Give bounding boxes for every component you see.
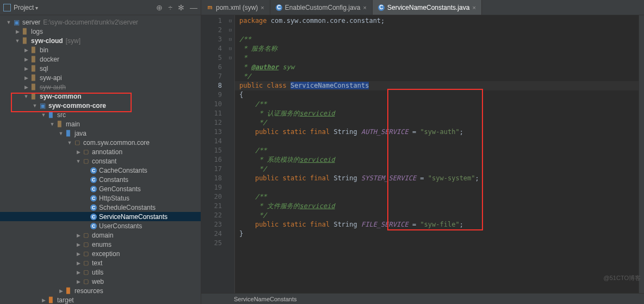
tree-item-server[interactable]: serverE:\syw-document\trunk\v2\server — [0, 17, 201, 27]
code-line[interactable]: package com.syw.common.core.constant; — [239, 16, 639, 26]
close-icon[interactable]: × — [472, 4, 475, 11]
tree-item-enums[interactable]: enums — [0, 240, 201, 249]
gear-icon[interactable]: ✻ — [178, 3, 184, 12]
code-line[interactable] — [239, 183, 639, 192]
tree-label: target — [57, 296, 74, 304]
project-tree[interactable]: serverE:\syw-document\trunk\v2\serverlog… — [0, 15, 201, 304]
code-line[interactable]: * @author syw — [239, 63, 639, 72]
tree-item-bin[interactable]: bin — [0, 45, 201, 54]
tree-item-resources[interactable]: resources — [0, 286, 201, 295]
code-line[interactable]: */ — [239, 118, 639, 127]
tree-item-syw-auth[interactable]: syw-auth — [0, 82, 201, 92]
code-line[interactable]: { — [239, 90, 639, 100]
expand-arrow-icon[interactable] — [14, 29, 21, 34]
expand-arrow-icon[interactable] — [75, 159, 82, 164]
code-line[interactable]: public static final String SYSTEM_SERVIC… — [239, 174, 639, 183]
code-line[interactable]: public static final String FILE_SERVICE … — [239, 220, 639, 229]
code-line[interactable]: public static final String AUTH_SERVICE … — [239, 127, 639, 137]
code-line[interactable] — [239, 239, 639, 248]
tree-item-syw-common-core[interactable]: syw-common-core — [0, 101, 201, 110]
expand-arrow-icon[interactable] — [23, 47, 29, 53]
fold-strip[interactable]: ⊟⊟⊟⊟⊟ — [226, 15, 235, 293]
editor-tab[interactable]: CEnableCustomConfig.java× — [270, 0, 373, 15]
line-gutter[interactable]: 1234567891011121314151617181920212223242… — [201, 15, 226, 293]
code-line[interactable] — [239, 137, 639, 146]
tree-item-com-syw-common-core[interactable]: com.syw.common.core — [0, 138, 201, 147]
hide-icon[interactable]: — — [190, 3, 197, 12]
expand-arrow-icon[interactable] — [23, 84, 29, 90]
code-line[interactable]: */ — [239, 165, 639, 174]
tree-item-cacheconstants[interactable]: CacheConstants — [0, 166, 201, 175]
tree-item-logs[interactable]: logs — [0, 27, 201, 36]
expand-arrow-icon[interactable] — [32, 103, 38, 108]
expand-arrow-icon[interactable] — [23, 75, 29, 81]
code-line[interactable] — [239, 26, 639, 35]
tree-item-genconstants[interactable]: GenConstants — [0, 184, 201, 193]
code-line[interactable]: /** — [239, 146, 639, 155]
expand-arrow-icon[interactable] — [23, 94, 29, 99]
tree-item-sql[interactable]: sql — [0, 64, 201, 73]
expand-arrow-icon[interactable] — [23, 57, 29, 62]
expand-arrow-icon[interactable] — [75, 149, 82, 155]
code-line[interactable]: /** — [239, 35, 639, 44]
code-line[interactable]: * 文件服务的serviceid — [239, 202, 639, 211]
code-line[interactable]: public class ServiceNameConstants — [235, 81, 639, 90]
expand-arrow-icon[interactable] — [75, 242, 82, 247]
expand-arrow-icon[interactable] — [75, 260, 82, 266]
tree-item-main[interactable]: main — [0, 119, 201, 129]
tree-item-syw-common[interactable]: syw-common — [0, 92, 201, 101]
tree-label: constant — [92, 157, 116, 165]
breadcrumb-bar[interactable]: ServiceNameConstants — [201, 293, 644, 304]
code-line[interactable]: * 认证服务的serviceid — [239, 109, 639, 118]
code-area[interactable]: package com.syw.common.core.constant;/**… — [235, 15, 639, 293]
tree-item-exception[interactable]: exception — [0, 249, 201, 258]
tree-item-httpstatus[interactable]: HttpStatus — [0, 193, 201, 203]
tree-item-userconstants[interactable]: UserConstants — [0, 221, 201, 230]
tree-item-constant[interactable]: constant — [0, 156, 201, 166]
editor-tab[interactable]: CServiceNameConstants.java× — [373, 0, 482, 15]
tree-item-target[interactable]: target — [0, 295, 201, 304]
tree-item-docker[interactable]: docker — [0, 54, 201, 64]
code-line[interactable]: * 服务名称 — [239, 44, 639, 53]
expand-arrow-icon[interactable] — [75, 270, 82, 275]
tree-item-web[interactable]: web — [0, 277, 201, 286]
tree-item-constants[interactable]: Constants — [0, 175, 201, 184]
expand-arrow-icon[interactable] — [75, 279, 82, 284]
tree-item-syw-cloud[interactable]: syw-cloud[syw] — [0, 36, 201, 45]
expand-arrow-icon[interactable] — [23, 66, 29, 71]
expand-arrow-icon[interactable] — [66, 140, 73, 145]
breadcrumb-item[interactable]: ServiceNameConstants — [234, 296, 297, 302]
expand-arrow-icon[interactable] — [49, 121, 55, 127]
code-line[interactable]: * 系统模块的serviceid — [239, 155, 639, 165]
tree-item-text[interactable]: text — [0, 258, 201, 267]
editor-tab[interactable]: mpom.xml (syw)× — [201, 0, 270, 15]
code-line[interactable]: } — [239, 229, 639, 239]
expand-arrow-icon[interactable] — [40, 297, 47, 303]
project-view-dropdown[interactable]: Project — [14, 4, 38, 11]
expand-arrow-icon[interactable] — [58, 288, 64, 294]
close-icon[interactable]: × — [363, 4, 367, 11]
tree-item-utils[interactable]: utils — [0, 267, 201, 277]
expand-icon[interactable]: ÷ — [168, 3, 172, 12]
code-line[interactable]: * — [239, 53, 639, 63]
expand-arrow-icon[interactable] — [14, 38, 21, 44]
expand-arrow-icon[interactable] — [5, 20, 12, 25]
tree-item-syw-api[interactable]: syw-api — [0, 73, 201, 82]
expand-arrow-icon[interactable] — [58, 131, 64, 136]
tree-item-servicenameconstants[interactable]: ServiceNameConstants — [0, 212, 201, 221]
code-line[interactable]: */ — [239, 72, 639, 81]
code-line[interactable]: /** — [239, 100, 639, 109]
tree-item-annotation[interactable]: annotation — [0, 147, 201, 156]
tree-label: syw-common-core — [48, 102, 106, 110]
code-line[interactable]: */ — [239, 211, 639, 220]
expand-arrow-icon[interactable] — [75, 233, 82, 238]
tree-item-src[interactable]: src — [0, 110, 201, 119]
tree-item-domain[interactable]: domain — [0, 230, 201, 240]
expand-arrow-icon[interactable] — [40, 112, 47, 118]
expand-arrow-icon[interactable] — [75, 251, 82, 257]
tree-item-scheduleconstants[interactable]: ScheduleConstants — [0, 203, 201, 212]
locate-icon[interactable]: ⊕ — [156, 3, 163, 12]
code-line[interactable]: /** — [239, 192, 639, 202]
tree-item-java[interactable]: java — [0, 129, 201, 138]
close-icon[interactable]: × — [261, 4, 264, 11]
